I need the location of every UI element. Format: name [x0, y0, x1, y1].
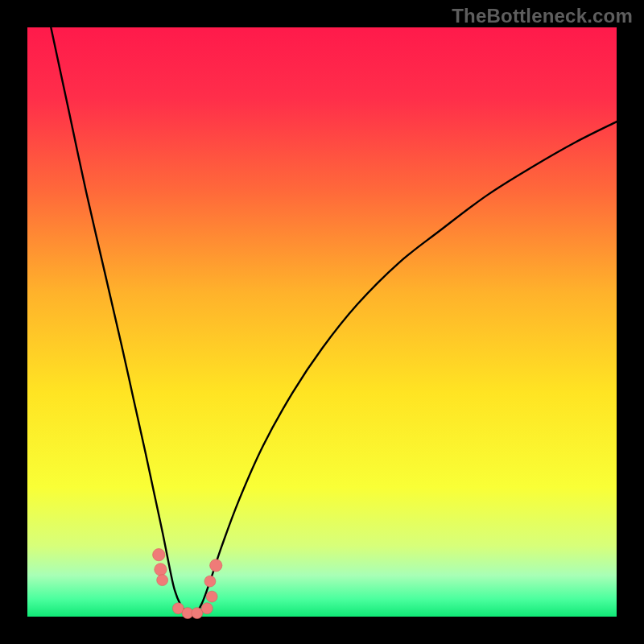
- curve-marker: [153, 548, 165, 560]
- curve-marker: [155, 564, 167, 576]
- watermark-text: TheBottleneck.com: [452, 5, 633, 27]
- curve-marker: [157, 575, 168, 586]
- curve-marker: [201, 603, 213, 614]
- bottleneck-chart: [0, 0, 644, 644]
- curve-marker: [206, 591, 217, 602]
- chart-stage: TheBottleneck.com: [0, 0, 644, 644]
- curve-marker: [192, 608, 203, 619]
- curve-marker: [210, 559, 222, 572]
- curve-marker: [204, 576, 216, 587]
